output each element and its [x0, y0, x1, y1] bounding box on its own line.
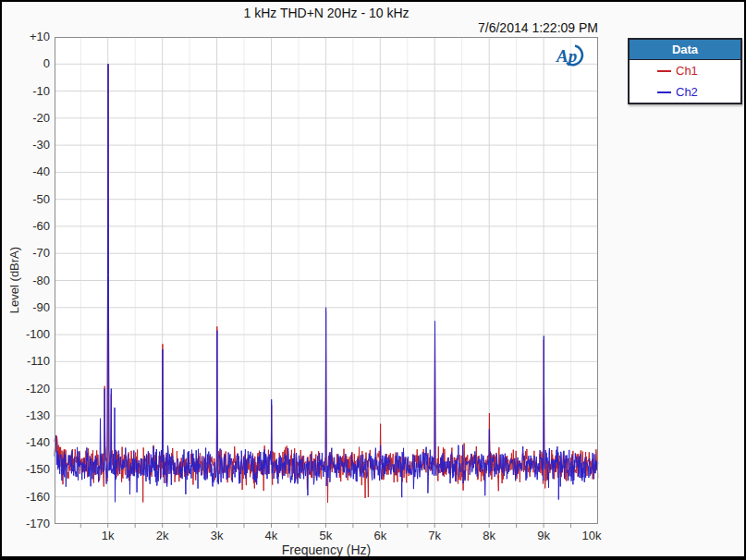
y-tick-label--140: -140 — [2, 436, 50, 449]
legend-item-label: Ch2 — [676, 85, 698, 99]
legend-item-label: Ch1 — [676, 64, 698, 78]
y-tick-label--170: -170 — [2, 517, 50, 530]
y-tick-label--50: -50 — [2, 193, 50, 206]
y-tick-label--160: -160 — [2, 491, 50, 504]
x-tick-label-4k: 4k — [251, 529, 291, 542]
x-tick-label-7k: 7k — [414, 529, 455, 542]
legend-item-ch2[interactable]: Ch2 — [630, 81, 740, 103]
y-tick-label-+10: +10 — [2, 30, 50, 43]
y-tick-label--130: -130 — [2, 409, 50, 422]
x-tick-label-2k: 2k — [142, 529, 183, 542]
svg-text:Ap: Ap — [556, 46, 577, 66]
spectrum-plot-canvas[interactable] — [55, 37, 598, 528]
y-tick-label-0: 0 — [2, 57, 50, 70]
x-tick-label-9k: 9k — [523, 529, 564, 542]
ap-analyzer-graph-panel: 1 kHz THD+N 20Hz - 10 kHz 7/6/2014 1:22:… — [0, 0, 746, 560]
y-tick-label--100: -100 — [2, 328, 50, 341]
y-tick-label--40: -40 — [2, 165, 50, 178]
data-legend: Data Ch1Ch2 — [628, 38, 742, 104]
y-tick-label--150: -150 — [2, 463, 50, 476]
legend-line-swatch — [657, 70, 671, 72]
x-tick-label-1k: 1k — [88, 529, 128, 542]
y-tick-label--110: -110 — [2, 355, 50, 368]
y-tick-label--60: -60 — [2, 220, 50, 233]
y-tick-label--20: -20 — [2, 112, 50, 125]
legend-line-swatch — [657, 91, 671, 93]
x-tick-label-10k: 10k — [571, 529, 612, 542]
legend-header: Data — [630, 40, 740, 60]
x-tick-label-5k: 5k — [305, 529, 346, 542]
x-tick-label-3k: 3k — [197, 529, 238, 542]
plot-area[interactable] — [55, 37, 598, 528]
y-tick-label--10: -10 — [2, 85, 50, 98]
x-tick-label-6k: 6k — [360, 529, 400, 542]
x-axis-title: Frequency (Hz) — [55, 542, 598, 557]
measurement-timestamp: 7/6/2014 1:22:09 PM — [55, 20, 598, 35]
audio-precision-logo-icon: Ap — [554, 43, 593, 70]
y-axis-title: Level (dBrA) — [7, 247, 21, 313]
legend-item-ch1[interactable]: Ch1 — [630, 60, 740, 81]
y-tick-label--30: -30 — [2, 139, 50, 152]
x-tick-label-8k: 8k — [469, 529, 509, 542]
y-tick-label--120: -120 — [2, 383, 50, 396]
chart-title: 1 kHz THD+N 20Hz - 10 kHz — [55, 6, 598, 20]
